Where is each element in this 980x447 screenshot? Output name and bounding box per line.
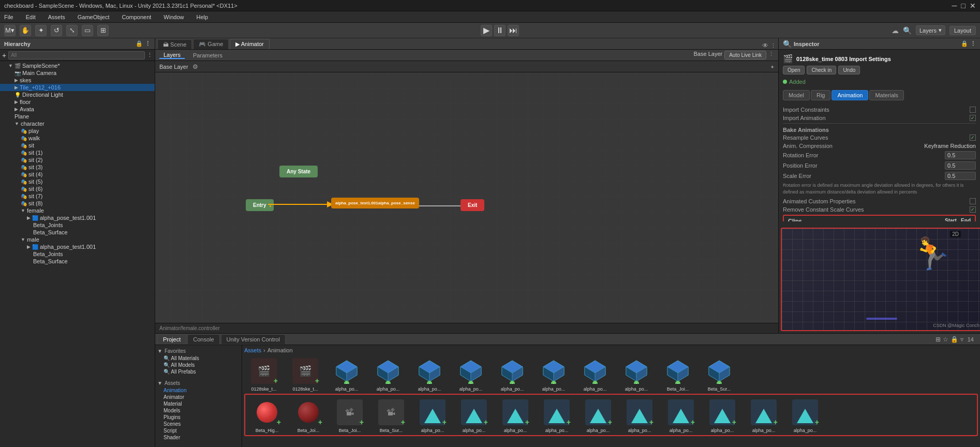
play-button[interactable]: ▶ [481, 25, 492, 36]
import-animation-checkbox[interactable]: ✓ [970, 115, 976, 121]
asset-anim-clip-6[interactable]: + alpha_po... [620, 397, 659, 433]
close-btn[interactable]: ✕ [970, 2, 976, 10]
tab-project[interactable]: Project [157, 334, 186, 344]
eye-icon[interactable]: 👁 [762, 42, 768, 49]
step-button[interactable]: ⏭ [508, 25, 519, 36]
menu-assets[interactable]: Assets [46, 14, 67, 20]
sidebar-material[interactable]: Material [157, 400, 240, 407]
hier-item-sit3[interactable]: 🎭 sit (3) [0, 163, 155, 171]
hier-item-beta-joints-m[interactable]: Beta_Joints [0, 250, 155, 258]
hier-item-walk[interactable]: 🎭 walk [0, 135, 155, 142]
hier-item-female-alpha[interactable]: ▶ 🟦 alpha_pose_test1.001 [0, 214, 155, 221]
resample-curves-checkbox[interactable]: ✓ [970, 135, 976, 141]
asset-alpha-5[interactable]: + alpha_po... [493, 355, 532, 392]
asset-alpha-7[interactable]: + alpha_po... [575, 355, 615, 392]
maximize-btn[interactable]: □ [961, 2, 966, 10]
tab-rig[interactable]: Rig [811, 90, 831, 100]
hier-item-play[interactable]: 🎭 play [0, 127, 155, 135]
auto-live-link-button[interactable]: Auto Live Link [724, 51, 766, 59]
asset-anim-clip-1[interactable]: + alpha_po... [413, 397, 452, 433]
hier-item-skes[interactable]: ▶ skes [0, 77, 155, 84]
hier-item-sit1[interactable]: 🎭 sit (1) [0, 149, 155, 156]
tool-move[interactable]: ✦ [35, 25, 47, 36]
tool-transform[interactable]: ⊞ [97, 25, 109, 36]
preview-2d-toggle[interactable]: 2D [950, 231, 961, 237]
tab-version-control[interactable]: Unity Version Control [221, 334, 286, 344]
sidebar-shader[interactable]: Shader [157, 434, 240, 441]
asset-anim-clip-7[interactable]: + alpha_po... [661, 397, 701, 433]
menu-gameobject[interactable]: GameObject [76, 14, 112, 20]
asset-beta-hig[interactable]: + Beta_Hig... [247, 397, 287, 433]
base-layer-gear-icon[interactable]: ⚙ [192, 63, 198, 70]
asset-beta-sur[interactable]: + Beta_Sur... [700, 355, 739, 392]
animated-custom-checkbox[interactable] [970, 198, 976, 204]
node-anim[interactable]: alpha_pose_test1.001alpha_pose_sense [331, 198, 419, 208]
hierarchy-menu-icon[interactable]: ⋮ [145, 40, 151, 47]
hier-item-floor[interactable]: ▶ floor [0, 98, 155, 106]
menu-edit[interactable]: Edit [24, 14, 38, 20]
sidebar-script[interactable]: Script [157, 427, 240, 434]
menu-help[interactable]: Help [194, 14, 210, 20]
hier-item-female[interactable]: ▼ female [0, 207, 155, 214]
window-controls[interactable]: ─ □ ✕ [952, 2, 976, 10]
sidebar-plugins[interactable]: Plugins [157, 414, 240, 421]
hierarchy-lock-icon[interactable]: 🔒 [136, 40, 143, 47]
scale-error-input[interactable] [945, 172, 976, 180]
node-exit[interactable]: Exit [461, 199, 484, 211]
lock-icon[interactable]: 🔒 [951, 336, 958, 343]
remove-constant-checkbox[interactable]: ✓ [970, 206, 976, 213]
sidebar-animation[interactable]: Animation [157, 387, 240, 394]
hier-item-light[interactable]: 💡 Directional Light [0, 91, 155, 98]
filter-icon[interactable]: ▿ [960, 336, 963, 343]
asset-anim-clip-10[interactable]: + alpha_po... [785, 397, 825, 433]
anim-tab-layers[interactable]: Layers [159, 52, 185, 59]
asset-alpha-3[interactable]: + alpha_po... [410, 355, 449, 392]
asset-alpha-6[interactable]: + alpha_po... [534, 355, 573, 392]
hier-item-maincamera[interactable]: 📷 Main Camera [0, 69, 155, 77]
asset-0128ske-t2[interactable]: 🎬 + 0128ske_t... [286, 355, 325, 392]
minimize-btn[interactable]: ─ [952, 2, 957, 10]
sidebar-all-materials[interactable]: 🔍 All Materials [157, 355, 240, 362]
rotation-error-input[interactable] [945, 151, 976, 159]
hier-item-avata[interactable]: ▶ Avata [0, 106, 155, 113]
asset-beta-joi2[interactable]: + Beta_Joi... [289, 397, 328, 433]
cloud-icon[interactable]: ☁ [892, 26, 899, 35]
panel-menu-icon[interactable]: ⋮ [770, 42, 776, 49]
sidebar-all-models[interactable]: 🔍 All Models [157, 362, 240, 368]
add-layer-icon[interactable]: + [771, 64, 774, 70]
hierarchy-options-icon[interactable]: ⋮ [147, 52, 153, 58]
asset-alpha-4[interactable]: + alpha_po... [451, 355, 491, 392]
tool-rotate[interactable]: ↺ [51, 25, 62, 36]
asset-anim-clip-3[interactable]: + alpha_po... [496, 397, 535, 433]
hier-item-sit8[interactable]: 🎭 sit (8) [0, 200, 155, 207]
asset-beta-sur2[interactable]: 📽 + Beta_Sur... [372, 397, 411, 433]
open-button[interactable]: Open [783, 66, 805, 74]
pause-button[interactable]: ⏸ [494, 25, 506, 36]
asset-0128ske-t1[interactable]: 🎬 + 0128ske_t... [244, 355, 284, 392]
hier-item-sit7[interactable]: 🎭 sit (7) [0, 192, 155, 200]
asset-anim-clip-2[interactable]: + alpha_po... [454, 397, 494, 433]
sidebar-assets[interactable]: ▼ Assets [157, 380, 240, 386]
sidebar-favorites[interactable]: ▼ Favorites [157, 348, 240, 354]
position-error-input[interactable] [945, 161, 976, 170]
hier-item-tile[interactable]: ▶ Tile_+012_+016 [0, 84, 155, 91]
sidebar-models[interactable]: Models [157, 407, 240, 414]
m-button[interactable]: M▾ [4, 25, 16, 36]
hier-item-sit6[interactable]: 🎭 sit (6) [0, 185, 155, 192]
inspector-lock-icon[interactable]: 🔒 [961, 40, 968, 47]
layers-dropdown[interactable]: Layers ▾ [916, 25, 945, 35]
sidebar-all-prefabs[interactable]: 🔍 All Prefabs [157, 368, 240, 375]
sidebar-scenes[interactable]: Scenes [157, 421, 240, 427]
inspector-menu-icon[interactable]: ⋮ [970, 40, 976, 47]
hier-item-sit4[interactable]: 🎭 sit (4) [0, 171, 155, 178]
tab-model[interactable]: Model [783, 90, 810, 100]
asset-anim-clip-9[interactable]: + alpha_po... [744, 397, 783, 433]
hier-item-sit2[interactable]: 🎭 sit (2) [0, 156, 155, 163]
menu-file[interactable]: File [2, 14, 16, 20]
hierarchy-add-icon[interactable]: + [2, 51, 6, 59]
asset-anim-clip-5[interactable]: + alpha_po... [578, 397, 618, 433]
hierarchy-search[interactable] [8, 51, 145, 59]
tab-game[interactable]: 🎮 Game [193, 39, 229, 49]
tab-animator[interactable]: ▶ Animator [230, 39, 269, 49]
asset-alpha-8[interactable]: + alpha_po... [617, 355, 656, 392]
